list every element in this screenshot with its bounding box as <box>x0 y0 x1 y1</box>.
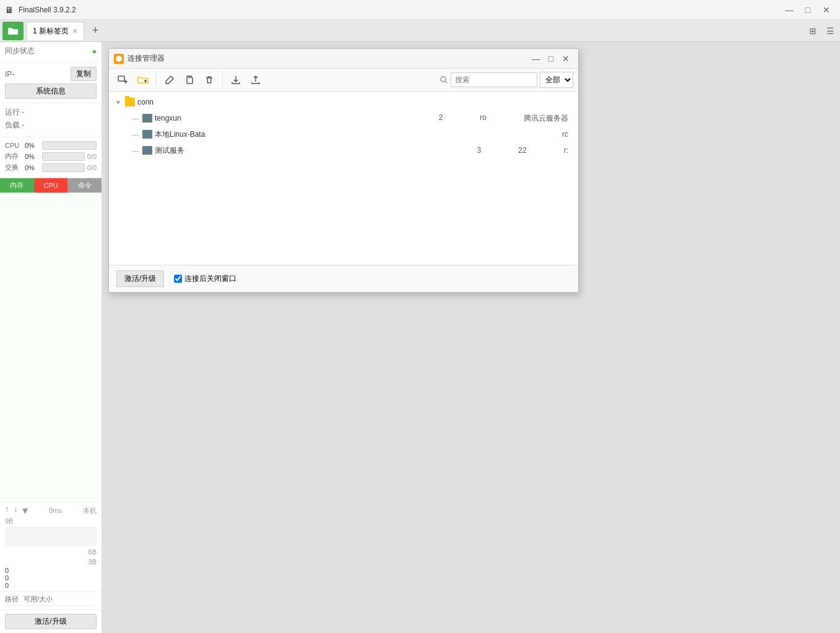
run-label: 运行 - <box>5 107 24 118</box>
tengxun-expander: — <box>131 115 140 122</box>
tab-memory[interactable]: 内存 <box>0 178 34 192</box>
mem-row: 内存 0% 0/0 <box>5 152 97 161</box>
net-val2: 0 <box>5 574 97 582</box>
modal-title: 连接管理器 <box>128 53 529 64</box>
delete-icon <box>204 75 214 85</box>
connection-manager-button[interactable] <box>2 22 24 40</box>
modal-close-button[interactable]: ✕ <box>558 51 573 66</box>
grid-view-button[interactable]: ⊞ <box>805 24 820 38</box>
search-icon <box>439 75 448 84</box>
sidebar-bottom: 激活/升级 <box>0 609 102 633</box>
svg-point-0 <box>116 56 122 62</box>
import-button[interactable] <box>227 71 245 88</box>
svg-point-3 <box>441 77 446 82</box>
toolbar-separator-2 <box>222 74 223 86</box>
tab-cmd[interactable]: 命令 <box>67 178 102 192</box>
minimize-button[interactable]: — <box>781 1 798 19</box>
swap-value: 0% <box>25 164 35 171</box>
mem-label: 内存 <box>5 152 22 161</box>
test-cols: 3 22 r: <box>477 146 578 155</box>
new-connection-button[interactable] <box>114 71 132 88</box>
mem-extra: 0/0 <box>87 153 97 160</box>
net-vals: 0 0 0 <box>5 567 97 589</box>
test-server-icon <box>142 146 152 155</box>
upload-arrow-icon: ↑ <box>5 505 9 516</box>
modal-maximize-button[interactable]: □ <box>543 51 558 66</box>
tengxun-col3: ro <box>480 113 487 124</box>
tengxun-cols: 2 ro 腾讯云服务器 <box>439 113 578 124</box>
net-scale-6b: 6B <box>5 547 97 557</box>
modal-minimize-button[interactable]: — <box>529 51 543 66</box>
sidebar: 同步状态 ● IP - 复制 系统信息 运行 - 负载 - CPU <box>0 42 102 633</box>
export-icon <box>251 75 261 85</box>
close-button[interactable]: ✕ <box>818 1 835 19</box>
add-tab-button[interactable]: + <box>87 22 104 40</box>
close-after-connect-checkbox[interactable] <box>174 275 182 283</box>
tab-1[interactable]: 1 新标签页 × <box>26 22 84 40</box>
delete-button[interactable] <box>200 71 219 88</box>
modal-title-bar: 连接管理器 — □ ✕ <box>109 49 578 69</box>
linux-bata-server-icon <box>142 130 152 139</box>
app-icon: 🖥 <box>5 5 15 15</box>
modal-icon <box>114 54 124 64</box>
sidebar-activate-button[interactable]: 激活/升级 <box>5 614 97 629</box>
net-header: ↑ ↓ ▾ 0ms 本机 <box>5 505 97 516</box>
test-col2: 3 <box>477 146 482 155</box>
edit-icon <box>165 75 175 85</box>
modal-overlay: 连接管理器 — □ ✕ <box>102 42 840 633</box>
connection-icon <box>115 55 123 62</box>
run-section: 运行 - 负载 - <box>0 103 102 137</box>
net-scale-row: 9B <box>5 516 97 526</box>
menu-view-button[interactable]: ☰ <box>823 24 838 38</box>
disk-header: 路径 可用/大小 <box>5 595 97 606</box>
sync-label: 同步状态 <box>5 46 35 56</box>
tree-item-tengxun[interactable]: — tengxun 2 ro 腾讯云服务器 <box>109 110 578 126</box>
tab-bar: 1 新标签页 × + ⊞ ☰ <box>0 20 840 42</box>
net-more-icon[interactable]: ▾ <box>22 505 28 516</box>
network-section: ↑ ↓ ▾ 0ms 本机 9B 6B 3B 0 0 0 <box>0 502 102 592</box>
ip-value: - <box>12 70 14 79</box>
folder-open-icon <box>7 26 19 36</box>
modal-activate-button[interactable]: 激活/升级 <box>116 270 164 287</box>
filter-select[interactable]: 全部 <box>540 72 573 88</box>
ip-row: IP - 复制 <box>5 67 97 81</box>
tree-item-test-service[interactable]: — 测试服务 3 22 r: <box>109 142 578 158</box>
tengxun-label: tengxun <box>155 114 181 123</box>
cpu-row: CPU 0% <box>5 141 97 150</box>
linux-bata-expander: — <box>131 131 140 138</box>
new-folder-button[interactable] <box>134 71 152 88</box>
copy-conn-button[interactable] <box>180 71 199 88</box>
toolbar-separator-1 <box>156 74 157 86</box>
app-title: FinalShell 3.9.2.2 <box>19 6 76 14</box>
sys-info-button[interactable]: 系统信息 <box>5 84 97 99</box>
tengxun-server-icon <box>142 114 152 123</box>
maximize-button[interactable]: □ <box>799 1 816 19</box>
copy-button[interactable]: 复制 <box>71 67 97 81</box>
tab-1-close[interactable]: × <box>72 27 77 35</box>
tengxun-col2: 2 <box>439 113 443 124</box>
download-arrow-icon: ↓ <box>14 505 17 516</box>
cpu-bar <box>42 141 97 150</box>
new-connection-icon <box>118 75 129 85</box>
edit-button[interactable] <box>160 71 179 88</box>
root-folder-icon <box>125 98 135 106</box>
test-col4: r: <box>564 146 568 155</box>
net-val1: 0 <box>5 567 97 574</box>
close-after-connect-label[interactable]: 连接后关闭窗口 <box>174 273 236 284</box>
tab-1-label: 1 新标签页 <box>33 26 69 37</box>
svg-rect-2 <box>187 77 193 84</box>
svg-rect-1 <box>118 76 124 81</box>
search-input[interactable] <box>451 72 537 87</box>
close-after-connect-text: 连接后关闭窗口 <box>184 273 236 284</box>
tab-cpu[interactable]: CPU <box>34 178 68 192</box>
test-expander: — <box>131 147 140 154</box>
tree-item-linux-bata[interactable]: — 本地Linux-Bata rc <box>109 126 578 142</box>
tree-root[interactable]: ▼ conn <box>109 94 578 110</box>
export-button[interactable] <box>246 71 265 88</box>
cpu-value: 0% <box>25 142 35 149</box>
net-scale-9b: 9B <box>5 517 13 525</box>
mem-bar <box>42 152 85 161</box>
main-layout: 同步状态 ● IP - 复制 系统信息 运行 - 负载 - CPU <box>0 42 840 633</box>
net-chart <box>5 527 97 546</box>
swap-label: 交换 <box>5 163 22 172</box>
